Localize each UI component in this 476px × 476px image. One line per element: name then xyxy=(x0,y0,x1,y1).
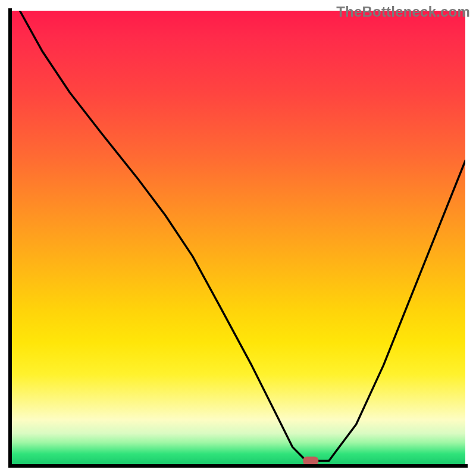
watermark-text: TheBottleneck.com xyxy=(336,4,470,20)
plot-area xyxy=(11,11,465,465)
chart-container: TheBottleneck.com xyxy=(0,0,476,476)
